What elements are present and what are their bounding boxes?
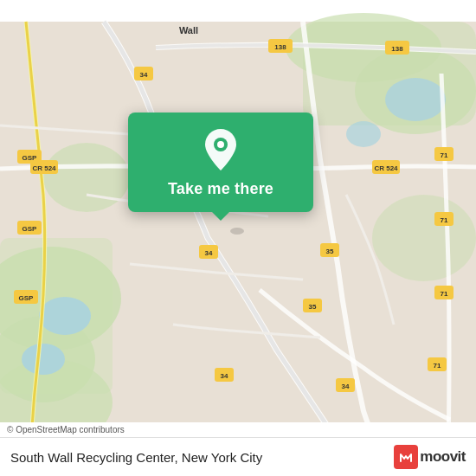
svg-point-49: [230, 228, 244, 235]
svg-point-12: [385, 78, 446, 121]
svg-text:35: 35: [309, 303, 317, 311]
location-pin-icon: [199, 128, 242, 171]
moovit-brand-text: moovit: [420, 448, 466, 466]
moovit-logo: moovit: [394, 445, 466, 469]
svg-point-11: [22, 344, 65, 375]
svg-point-6: [43, 143, 130, 212]
svg-text:Wall: Wall: [179, 25, 198, 35]
attribution-row: © OpenStreetMap contributors: [0, 422, 476, 438]
svg-text:138: 138: [391, 45, 403, 53]
svg-text:71: 71: [434, 362, 441, 370]
svg-text:138: 138: [274, 43, 286, 51]
svg-text:35: 35: [326, 248, 334, 255]
svg-point-13: [346, 121, 381, 147]
location-row: South Wall Recycling Center, New York Ci…: [0, 438, 476, 476]
svg-text:71: 71: [441, 151, 448, 159]
svg-point-51: [217, 141, 224, 148]
svg-text:34: 34: [221, 372, 228, 380]
bottom-bar: © OpenStreetMap contributors South Wall …: [0, 422, 476, 476]
svg-text:CR 524: CR 524: [374, 164, 398, 172]
svg-text:34: 34: [205, 249, 213, 257]
svg-point-7: [372, 195, 476, 281]
moovit-m-icon: [394, 445, 418, 469]
take-me-there-button[interactable]: Take me there: [168, 180, 273, 198]
svg-text:34: 34: [140, 71, 148, 79]
svg-text:34: 34: [342, 383, 350, 390]
svg-text:CR 524: CR 524: [32, 164, 56, 172]
map-background: 34 138 138 GSP GSP GSP CR 524 CR 524 34 …: [0, 0, 476, 476]
location-name: South Wall Recycling Center, New York Ci…: [10, 450, 262, 465]
svg-text:71: 71: [441, 216, 448, 224]
action-card: Take me there: [128, 113, 313, 212]
svg-text:GSP: GSP: [19, 294, 35, 302]
svg-point-10: [39, 297, 91, 335]
map-container: 34 138 138 GSP GSP GSP CR 524 CR 524 34 …: [0, 0, 476, 476]
attribution-text: © OpenStreetMap contributors: [7, 425, 125, 434]
svg-text:71: 71: [441, 290, 448, 298]
svg-text:GSP: GSP: [23, 225, 38, 233]
